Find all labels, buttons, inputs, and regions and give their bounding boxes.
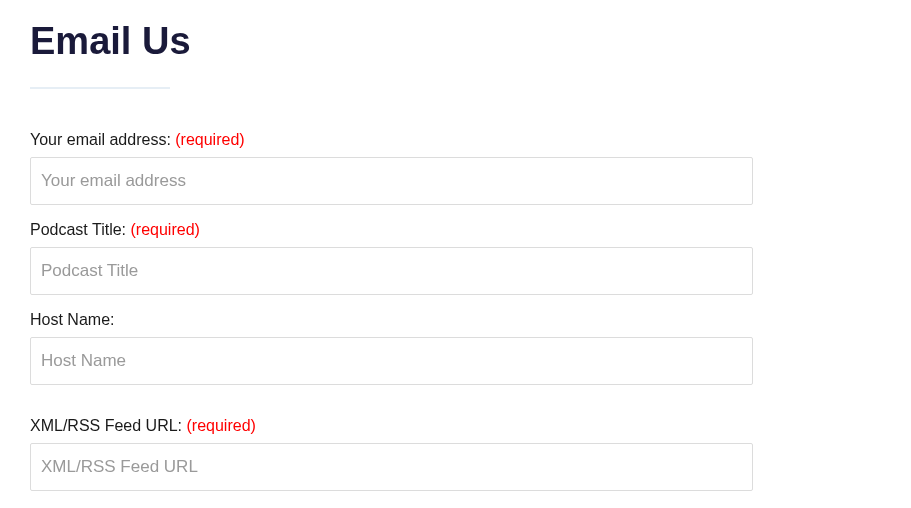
podcast-title-input[interactable] (30, 247, 753, 295)
form-group-host-name: Host Name: (30, 311, 881, 385)
email-label-text: Your email address: (30, 131, 175, 148)
feed-url-label: XML/RSS Feed URL: (required) (30, 417, 881, 435)
required-tag: (required) (131, 221, 200, 238)
email-label: Your email address: (required) (30, 131, 881, 149)
feed-url-input[interactable] (30, 443, 753, 491)
required-tag: (required) (187, 417, 256, 434)
feed-url-label-text: XML/RSS Feed URL: (30, 417, 187, 434)
podcast-title-label-text: Podcast Title: (30, 221, 131, 238)
page-title: Email Us (30, 20, 881, 63)
title-divider (30, 87, 170, 89)
form-group-feed-url: XML/RSS Feed URL: (required) (30, 417, 881, 491)
host-name-label-text: Host Name: (30, 311, 114, 328)
podcast-title-label: Podcast Title: (required) (30, 221, 881, 239)
required-tag: (required) (175, 131, 244, 148)
host-name-input[interactable] (30, 337, 753, 385)
host-name-label: Host Name: (30, 311, 881, 329)
email-input[interactable] (30, 157, 753, 205)
form-group-email: Your email address: (required) (30, 131, 881, 205)
form-group-podcast-title: Podcast Title: (required) (30, 221, 881, 295)
